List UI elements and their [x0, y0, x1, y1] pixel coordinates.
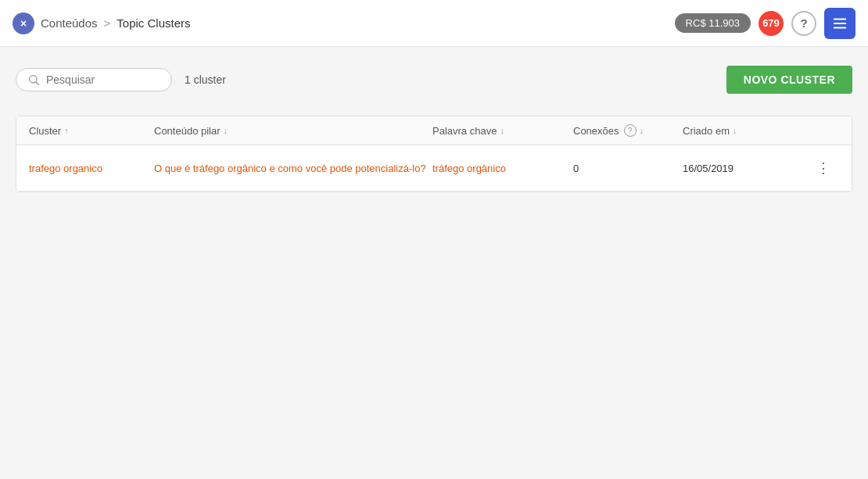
sort-icon-conexoes[interactable]: ↓ [640, 126, 644, 135]
col-header-palavra: Palavra chave ↓ [432, 124, 573, 137]
row-actions-button[interactable]: ⋮ [813, 156, 834, 180]
data-table: Cluster ↑ Conteúdo pilar ↓ Palavra chave… [16, 116, 852, 192]
help-button[interactable]: ? [791, 11, 816, 36]
col-header-conexoes: Conexões ? ↓ [573, 124, 683, 137]
breadcrumb-parent[interactable]: Conteúdos [41, 16, 98, 30]
conexoes-help-icon[interactable]: ? [624, 124, 637, 137]
sort-icon-conteudo[interactable]: ↓ [224, 126, 228, 135]
cell-palavra-chave: tráfego orgânico [432, 163, 573, 174]
header-right: RC$ 11.903 679 ? [675, 8, 855, 39]
breadcrumb-separator: > [104, 16, 111, 30]
sort-icon-palavra[interactable]: ↓ [500, 126, 504, 135]
search-input[interactable] [46, 73, 160, 86]
cell-conteudo[interactable]: O que é tráfego orgânico e como você pod… [154, 163, 432, 174]
col-header-conteudo: Conteúdo pilar ↓ [154, 124, 432, 137]
main-content: 1 cluster NOVO CLUSTER Cluster ↑ Conteúd… [0, 47, 868, 211]
col-label-conexoes: Conexões [573, 125, 619, 137]
search-icon [27, 73, 40, 86]
col-header-cluster: Cluster ↑ [29, 124, 154, 137]
search-box [16, 68, 172, 91]
toolbar: 1 cluster NOVO CLUSTER [16, 66, 852, 94]
breadcrumb-current: Topic Clusters [117, 16, 190, 30]
svg-rect-1 [834, 23, 847, 24]
svg-line-4 [36, 82, 39, 85]
table-header: Cluster ↑ Conteúdo pilar ↓ Palavra chave… [16, 116, 852, 145]
cluster-count: 1 cluster [185, 73, 226, 86]
header-left: × Conteúdos > Topic Clusters [13, 13, 675, 34]
svg-rect-0 [834, 18, 847, 20]
close-button[interactable]: × [13, 13, 34, 34]
notification-badge[interactable]: 679 [759, 11, 784, 36]
sort-icon-criado[interactable]: ↓ [733, 126, 737, 135]
cell-criado-em: 16/05/2019 [683, 163, 808, 174]
menu-button[interactable] [824, 8, 855, 39]
menu-icon [831, 15, 848, 32]
col-label-conteudo: Conteúdo pilar [154, 125, 221, 137]
col-label-criado: Criado em [683, 125, 730, 137]
svg-rect-2 [834, 27, 847, 28]
app-header: × Conteúdos > Topic Clusters RC$ 11.903 … [0, 0, 868, 47]
cell-conexoes: 0 [573, 163, 683, 174]
cell-actions: ⋮ [808, 156, 839, 180]
col-label-palavra: Palavra chave [432, 125, 497, 137]
balance-badge: RC$ 11.903 [675, 13, 751, 33]
col-label-cluster: Cluster [29, 125, 61, 137]
table-row: trafego organico O que é tráfego orgânic… [16, 145, 852, 191]
svg-point-3 [30, 76, 37, 83]
cell-cluster[interactable]: trafego organico [29, 163, 154, 174]
sort-icon-cluster[interactable]: ↑ [64, 126, 69, 135]
col-header-criado: Criado em ↓ [683, 124, 808, 137]
novo-cluster-button[interactable]: NOVO CLUSTER [726, 66, 852, 94]
